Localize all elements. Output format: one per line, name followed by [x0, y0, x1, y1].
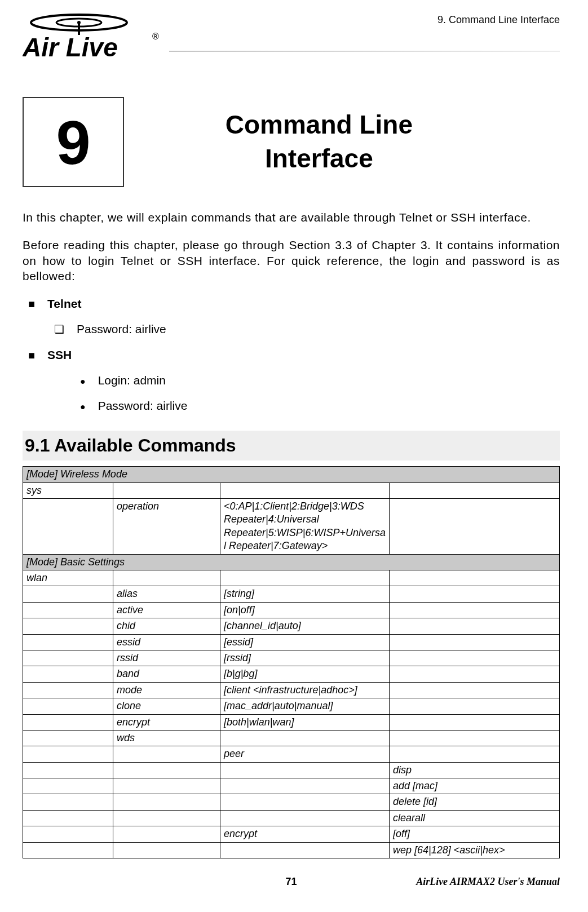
cmd-operation-args: <0:AP|1:Client|2:Bridge|3:WDS Repeater|4…	[220, 499, 390, 555]
cmd-operation: operation	[113, 499, 220, 555]
table-row: disp	[23, 762, 560, 778]
table-row: band[b|g|bg]	[23, 666, 560, 682]
header-separator	[169, 51, 560, 52]
table-row: sys	[23, 482, 560, 498]
intro-paragraph-2: Before reading this chapter, please go t…	[23, 237, 560, 284]
credential-list: Telnet Password: airlive SSH Login: admi…	[23, 296, 560, 413]
table-row: peer	[23, 746, 560, 762]
table-row: wep [64|128] <ascii|hex>	[23, 842, 560, 858]
telnet-heading: Telnet	[28, 296, 560, 311]
table-row: clearall	[23, 810, 560, 826]
footer-page-number: 71	[202, 875, 381, 888]
mode-basic-header: [Mode] Basic Settings	[23, 554, 560, 570]
cmd-sys: sys	[23, 482, 113, 498]
chapter-title: Command Line Interface	[161, 108, 477, 176]
table-row: active[on|off]	[23, 602, 560, 618]
table-row: rssid[rssid]	[23, 650, 560, 666]
telnet-password: Password: airlive	[28, 321, 560, 337]
ssh-heading: SSH	[28, 347, 560, 362]
table-mode-header: [Mode] Basic Settings	[23, 554, 560, 570]
intro-paragraph-1: In this chapter, we will explain command…	[23, 210, 560, 225]
table-row: wds	[23, 730, 560, 746]
chapter-title-line2: Interface	[265, 144, 373, 173]
table-row: essid[essid]	[23, 634, 560, 650]
svg-text:®: ®	[152, 32, 159, 41]
table-row: add [mac]	[23, 778, 560, 794]
table-row: operation<0:AP|1:Client|2:Bridge|3:WDS R…	[23, 499, 560, 555]
table-row: mode[client <infrastructure|adhoc>]	[23, 682, 560, 698]
table-row: wlan	[23, 570, 560, 586]
table-row: clone[mac_addr|auto|manual]	[23, 698, 560, 714]
footer-manual-title: AirLive AIRMAX2 User's Manual	[381, 875, 560, 888]
command-table: [Mode] Wireless Mode sys operation<0:AP|…	[23, 466, 560, 858]
ssh-login: Login: admin	[28, 373, 560, 388]
ssh-password: Password: airlive	[28, 398, 560, 413]
airlive-logo-icon: Air Live ®	[23, 11, 169, 62]
table-row: encrypt[both|wlan|wan]	[23, 714, 560, 730]
section-heading: 9.1 Available Commands	[23, 431, 560, 461]
table-row: encrypt[off]	[23, 826, 560, 842]
mode-wireless-header: [Mode] Wireless Mode	[23, 467, 560, 482]
page-footer: 71 AirLive AIRMAX2 User's Manual	[23, 875, 560, 888]
table-mode-header: [Mode] Wireless Mode	[23, 467, 560, 482]
chapter-title-line1: Command Line	[226, 110, 413, 139]
svg-text:Air Live: Air Live	[23, 33, 118, 62]
page-header: Air Live ® 9. Command Line Interface	[23, 11, 560, 62]
table-row: delete [id]	[23, 794, 560, 810]
header-breadcrumb: 9. Command Line Interface	[437, 11, 560, 26]
cmd-wlan: wlan	[23, 570, 113, 586]
chapter-heading: 9 Command Line Interface	[23, 97, 560, 187]
chapter-number-box: 9	[23, 97, 124, 187]
table-row: chid[channel_id|auto]	[23, 618, 560, 634]
table-row: alias[string]	[23, 586, 560, 602]
logo: Air Live ®	[23, 11, 169, 62]
